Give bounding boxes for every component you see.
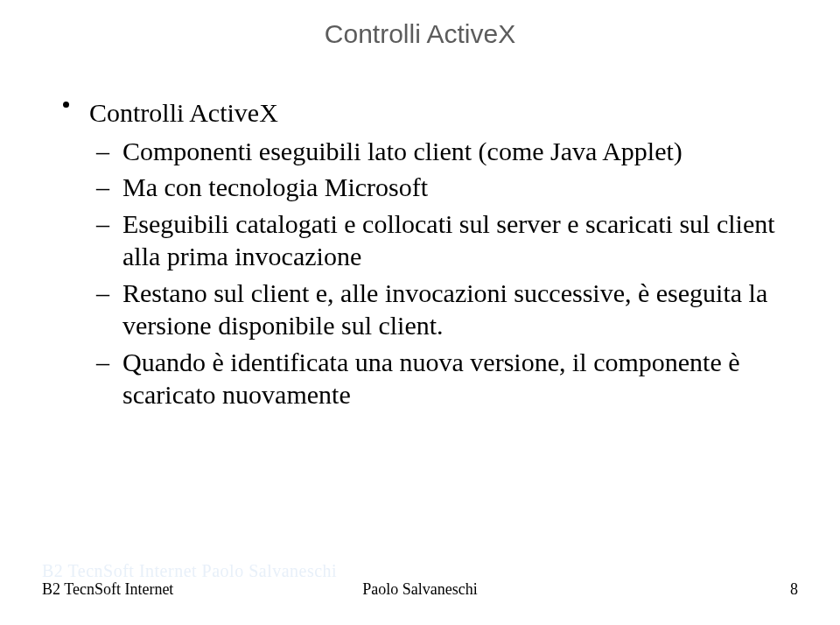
bullet-text: Controlli ActiveX — [89, 98, 278, 127]
bullet-dash-icon: – — [96, 346, 109, 379]
slide-title: Controlli ActiveX — [52, 19, 788, 49]
bullet-text: Ma con tecnologia Microsoft — [122, 172, 428, 201]
bullet-text: Quando è identificata una nuova versione… — [122, 348, 740, 410]
bullet-dash-icon: – — [96, 135, 109, 168]
bullet-text: Restano sul client e, alle invocazioni s… — [122, 278, 767, 341]
bullet-level-1: Controlli ActiveX — [89, 96, 788, 130]
bullet-dot-icon — [63, 102, 69, 108]
bullet-level-2: – Restano sul client e, alle invocazioni… — [89, 277, 788, 342]
footer-author: Paolo Salvaneschi — [42, 580, 798, 599]
bullet-dash-icon: – — [96, 207, 109, 241]
bullet-level-2: – Eseguibili catalogati e collocati sul … — [89, 207, 788, 273]
bullet-level-2: – Quando è identificata una nuova versio… — [89, 346, 788, 411]
ghost-footer-text: B2 TecnSoft Internet Paolo Salvaneschi — [42, 561, 337, 581]
bullet-text: Componenti eseguibili lato client (come … — [122, 137, 682, 165]
bullet-dash-icon: – — [96, 277, 109, 310]
bullet-dash-icon: – — [96, 171, 109, 204]
bullet-text: Eseguibili catalogati e collocati sul se… — [122, 209, 775, 271]
bullet-level-2: – Ma con tecnologia Microsoft — [89, 171, 788, 204]
bullet-level-2: – Componenti eseguibili lato client (com… — [89, 135, 788, 168]
footer-page-number: 8 — [790, 580, 798, 599]
slide-content: Controlli ActiveX – Componenti eseguibil… — [52, 96, 788, 411]
slide: Controlli ActiveX Controlli ActiveX – Co… — [0, 0, 840, 625]
